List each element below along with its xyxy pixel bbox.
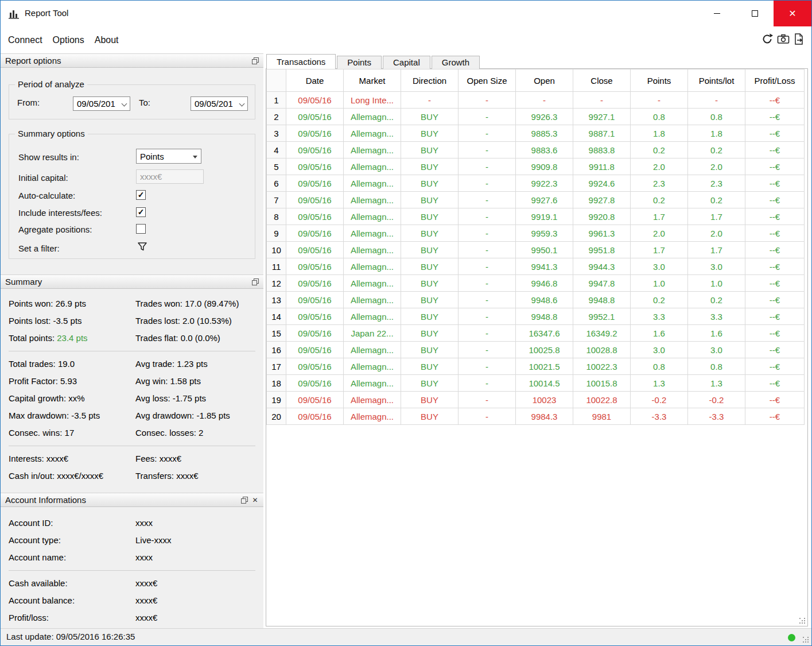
table-cell: 9887.1 [573, 125, 631, 142]
include-fees-checkbox[interactable] [136, 207, 146, 217]
account-row: Account balance:xxxx€ [1, 592, 263, 609]
initial-capital-input[interactable]: xxxx€ [136, 169, 204, 184]
row-number: 10 [267, 242, 286, 258]
table-cell: BUY [401, 325, 459, 342]
table-row[interactable]: 1009/05/16Allemagn...BUY-9950.19951.81.7… [267, 242, 805, 258]
table-cell: 0.8 [688, 109, 745, 125]
tab-growth[interactable]: Growth [432, 56, 480, 69]
table-cell: Allemagn... [344, 192, 401, 208]
to-date-combo[interactable]: 09/05/201 [191, 96, 248, 111]
summary-title: Summary [5, 277, 248, 287]
col-header-open-size[interactable]: Open Size [459, 69, 516, 92]
account-value: xxxx€ [135, 592, 157, 609]
auto-calculate-checkbox[interactable] [136, 190, 146, 200]
table-row[interactable]: 1409/05/16Allemagn...BUY-9948.89952.13.3… [267, 308, 805, 325]
float-icon[interactable] [251, 57, 259, 64]
table-cell: 09/05/16 [286, 92, 344, 109]
table-row[interactable]: 809/05/16Allemagn...BUY-9919.19920.81.71… [267, 208, 805, 225]
col-header-close[interactable]: Close [573, 69, 631, 92]
menu-connect[interactable]: Connect [3, 26, 48, 53]
table-cell: 09/05/16 [286, 375, 344, 392]
table-cell: 0.2 [631, 292, 688, 308]
table-row[interactable]: 509/05/16Allemagn...BUY-9909.89911.82.02… [267, 158, 805, 175]
table-row[interactable]: 309/05/16Allemagn...BUY-9885.39887.11.81… [267, 125, 805, 142]
menu-options[interactable]: Options [48, 26, 90, 53]
table-cell: - [459, 192, 516, 208]
table-row[interactable]: 609/05/16Allemagn...BUY-9922.39924.62.32… [267, 175, 805, 192]
table-cell: 1.6 [688, 325, 745, 342]
col-header-profit-loss[interactable]: Profit/Loss [745, 69, 805, 92]
table-row[interactable]: 1909/05/16Allemagn...BUY-1002310022.8-0.… [267, 392, 805, 408]
float-icon[interactable] [251, 278, 259, 285]
table-cell: Allemagn... [344, 392, 401, 408]
from-date-combo[interactable]: 09/05/201 [73, 96, 130, 111]
dock-close-icon[interactable]: ✕ [251, 496, 259, 504]
col-header-date[interactable]: Date [286, 69, 344, 92]
table-cell: --€ [745, 292, 805, 308]
col-header-direction[interactable]: Direction [401, 69, 459, 92]
col-header-points[interactable]: Points [631, 69, 688, 92]
agregate-positions-checkbox[interactable] [136, 224, 146, 234]
connection-status-dot [788, 634, 795, 641]
tab-points[interactable]: Points [337, 56, 382, 69]
table-cell: - [459, 258, 516, 275]
maximize-button[interactable] [736, 1, 774, 26]
table-cell: - [573, 92, 631, 109]
table-cell: BUY [401, 408, 459, 425]
table-row[interactable]: 709/05/16Allemagn...BUY-9927.69927.80.20… [267, 192, 805, 208]
table-cell: 3.0 [631, 258, 688, 275]
row-number: 4 [267, 142, 286, 158]
summary-right: Trades won: 17.0 (89.47%) [135, 295, 239, 312]
report-options-header[interactable]: Report options [1, 53, 263, 68]
table-cell: 10022.3 [573, 358, 631, 375]
summary-header[interactable]: Summary [1, 274, 263, 289]
table-row[interactable]: 1709/05/16Allemagn...BUY-10021.510022.30… [267, 358, 805, 375]
table-row[interactable]: 109/05/16Long Inte...--------€ [267, 92, 805, 109]
row-number: 15 [267, 325, 286, 342]
col-header-market[interactable]: Market [344, 69, 401, 92]
table-cell: Allemagn... [344, 308, 401, 325]
col-header-open[interactable]: Open [516, 69, 573, 92]
window-resize-grip[interactable] [803, 637, 810, 644]
table-cell: 09/05/16 [286, 258, 344, 275]
close-button[interactable]: ✕ [774, 1, 811, 26]
table-cell: Allemagn... [344, 275, 401, 292]
filter-icon[interactable] [137, 242, 147, 252]
table-cell: 9948.8 [573, 292, 631, 308]
table-row[interactable]: 2009/05/16Allemagn...BUY-9984.39981-3.3-… [267, 408, 805, 425]
col-header-points-lot[interactable]: Points/lot [688, 69, 745, 92]
table-cell: - [459, 375, 516, 392]
table-cell: --€ [745, 192, 805, 208]
table-row[interactable]: 1209/05/16Allemagn...BUY-9946.89947.81.0… [267, 275, 805, 292]
table-row[interactable]: 1509/05/16Japan 22...BUY-16347.616349.21… [267, 325, 805, 342]
table-cell: 1.0 [688, 275, 745, 292]
account-informations-header[interactable]: Account Informations ✕ [1, 493, 263, 507]
summary-row: Profit Factor: 5.93Avg win: 1.58 pts [1, 373, 263, 390]
table-row[interactable]: 1809/05/16Allemagn...BUY-10014.510015.81… [267, 375, 805, 392]
tab-capital[interactable]: Capital [383, 56, 430, 69]
show-results-value: Points [140, 152, 164, 161]
table-row[interactable]: 1109/05/16Allemagn...BUY-9941.39944.33.0… [267, 258, 805, 275]
show-results-combo[interactable]: Points [136, 149, 201, 164]
table-row[interactable]: 1609/05/16Allemagn...BUY-10025.810028.83… [267, 342, 805, 358]
table-cell: BUY [401, 109, 459, 125]
table-cell: Allemagn... [344, 175, 401, 192]
table-row[interactable]: 409/05/16Allemagn...BUY-9883.69883.80.20… [267, 142, 805, 158]
refresh-icon[interactable] [761, 33, 774, 45]
tab-transactions[interactable]: Transactions [266, 54, 336, 69]
panel-resize-grip [799, 618, 806, 625]
to-date-value: 09/05/201 [195, 99, 233, 109]
table-row[interactable]: 209/05/16Allemagn...BUY-9926.39927.10.80… [267, 109, 805, 125]
transactions-table: Date Market Direction Open Size Open Clo… [266, 69, 805, 425]
table-cell: - [459, 325, 516, 342]
float-icon[interactable] [240, 496, 248, 504]
summary-right: Avg win: 1.58 pts [135, 373, 201, 390]
table-row[interactable]: 1309/05/16Allemagn...BUY-9948.69948.80.2… [267, 292, 805, 308]
menu-about[interactable]: About [90, 26, 124, 53]
table-row[interactable]: 909/05/16Allemagn...BUY-9959.39961.32.02… [267, 225, 805, 242]
camera-icon[interactable] [777, 33, 790, 45]
minimize-button[interactable] [698, 1, 736, 26]
table-cell: 0.2 [631, 192, 688, 208]
table-cell: BUY [401, 358, 459, 375]
export-icon[interactable] [792, 33, 805, 45]
